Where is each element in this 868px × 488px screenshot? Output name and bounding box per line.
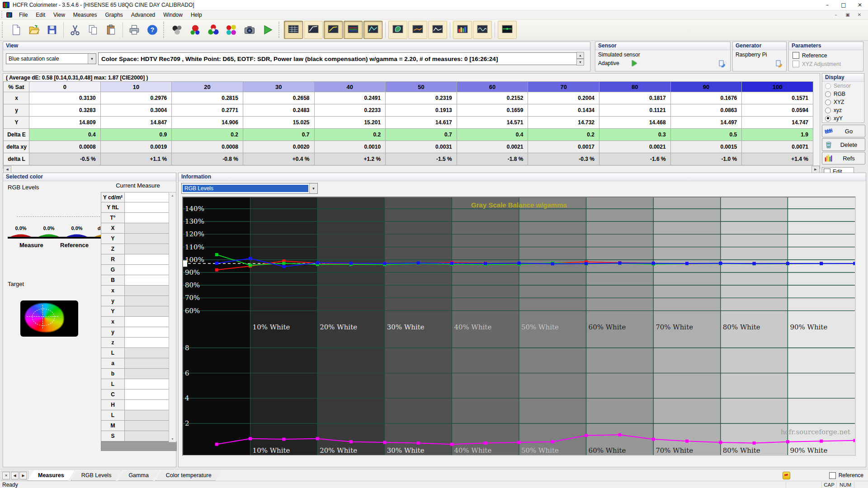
- view-luminance-icon[interactable]: [324, 21, 343, 39]
- mdi-close-button[interactable]: ✕: [854, 12, 865, 17]
- measure-cell[interactable]: 0.2: [314, 129, 386, 141]
- measure-primaries-icon[interactable]: [204, 21, 222, 39]
- measure-cell[interactable]: 0.0010: [314, 141, 386, 153]
- refs-button[interactable]: Refs: [822, 152, 865, 164]
- minimize-button[interactable]: –: [819, 0, 835, 10]
- measure-cell[interactable]: 0.0008: [172, 141, 243, 153]
- measure-cell[interactable]: 0.0017: [528, 141, 599, 153]
- measure-cell[interactable]: -1.8 %: [457, 153, 528, 165]
- measure-cell[interactable]: 0.0019: [100, 141, 172, 153]
- measure-cell[interactable]: +1.1 %: [100, 153, 172, 165]
- measure-cell[interactable]: 0.3283: [29, 104, 101, 117]
- measure-cell[interactable]: 0.0594: [742, 104, 813, 117]
- view-waveform-icon[interactable]: [473, 21, 492, 39]
- saturation-column-header[interactable]: 40: [314, 82, 386, 92]
- measure-cell[interactable]: 14.747: [742, 117, 813, 129]
- saturation-column-header[interactable]: 30: [243, 82, 314, 92]
- saturation-column-header[interactable]: 80: [599, 82, 671, 92]
- measure-cell[interactable]: 15.201: [314, 117, 386, 129]
- measure-cell[interactable]: 14.468: [599, 117, 671, 129]
- tab-measures[interactable]: Measures: [28, 470, 75, 481]
- saturation-column-header[interactable]: 100: [742, 82, 813, 92]
- current-measure-scrollbar[interactable]: ▲ ▼: [169, 192, 176, 442]
- information-selector-dropdown[interactable]: RGB Levels ▼: [181, 183, 318, 194]
- saturation-column-header[interactable]: 50: [386, 82, 457, 92]
- measure-cell[interactable]: 0.0021: [457, 141, 528, 153]
- menu-edit[interactable]: Edit: [32, 11, 49, 19]
- reference-checkbox[interactable]: [793, 52, 799, 59]
- scroll-left-icon[interactable]: ◀: [3, 166, 11, 173]
- menu-graphs[interactable]: Graphs: [101, 11, 127, 19]
- display-option-xyY[interactable]: xyY: [822, 114, 864, 122]
- reference-checkbox-row[interactable]: Reference: [793, 52, 827, 59]
- measure-cell[interactable]: 0.2658: [243, 92, 314, 104]
- measure-cell[interactable]: 0.2483: [243, 104, 314, 117]
- menu-window[interactable]: Window: [159, 11, 187, 19]
- new-document-icon[interactable]: [7, 21, 25, 39]
- saturation-column-header[interactable]: 60: [457, 82, 528, 92]
- snapshot-camera-icon[interactable]: [241, 21, 259, 39]
- view-gamut-icon[interactable]: [304, 21, 323, 39]
- measure-cell[interactable]: 0.2152: [457, 92, 528, 104]
- tab-next-icon[interactable]: ▶: [19, 472, 27, 479]
- measure-cell[interactable]: 0.2: [528, 129, 599, 141]
- measure-cell[interactable]: 0.1817: [599, 92, 671, 104]
- print-icon[interactable]: [125, 21, 143, 39]
- scale-selector-dropdown[interactable]: Blue saturation scale ▼: [6, 53, 96, 64]
- help-icon[interactable]: ?: [143, 21, 161, 39]
- measure-cell[interactable]: 0.0015: [670, 141, 742, 153]
- measure-cell[interactable]: 0.0863: [670, 104, 742, 117]
- open-file-icon[interactable]: [25, 21, 43, 39]
- menu-measures[interactable]: Measures: [69, 11, 101, 19]
- generator-config-icon[interactable]: [775, 60, 783, 67]
- close-button[interactable]: ✕: [852, 0, 868, 10]
- measure-cell[interactable]: 0.1571: [742, 92, 813, 104]
- scroll-right-icon[interactable]: ▶: [811, 166, 820, 173]
- chevron-down-icon[interactable]: ▼: [309, 183, 317, 193]
- scroll-down-icon[interactable]: ▼: [171, 436, 174, 442]
- tab-gamma[interactable]: Gamma: [118, 470, 159, 481]
- measure-cell[interactable]: 0.7: [243, 129, 314, 141]
- measure-cell[interactable]: -0.5 %: [29, 153, 101, 165]
- sensor-config-icon[interactable]: [718, 60, 726, 67]
- measure-cell[interactable]: -1.5 %: [386, 153, 457, 165]
- radio-icon[interactable]: [825, 99, 831, 105]
- mdi-minimize-button[interactable]: –: [830, 12, 842, 17]
- measure-cell[interactable]: 0.7: [386, 129, 457, 141]
- measure-cell[interactable]: +1.2 %: [314, 153, 386, 165]
- sensor-run-icon[interactable]: [632, 60, 637, 66]
- measure-cell[interactable]: 0.3004: [100, 104, 172, 117]
- measure-cell[interactable]: 0.2815: [172, 92, 243, 104]
- radio-selected-icon[interactable]: [825, 116, 831, 122]
- view-data-grid-icon[interactable]: [284, 21, 303, 39]
- measure-cell[interactable]: 0.9: [100, 129, 172, 141]
- saturation-column-header[interactable]: 90: [670, 82, 742, 92]
- measure-cell[interactable]: +0.4 %: [243, 153, 314, 165]
- measure-cell[interactable]: 0.2771: [172, 104, 243, 117]
- measure-cell[interactable]: 0.0020: [243, 141, 314, 153]
- radio-icon[interactable]: [825, 108, 831, 113]
- measure-cell[interactable]: 0.0031: [386, 141, 457, 153]
- pattern-generator-icon[interactable]: [783, 472, 790, 479]
- measure-cell[interactable]: 0.2004: [528, 92, 599, 104]
- menu-advanced[interactable]: Advanced: [127, 11, 159, 19]
- spinner-up-icon[interactable]: ▲: [576, 52, 584, 59]
- measure-cell[interactable]: 14.617: [386, 117, 457, 129]
- measure-cell[interactable]: 0.0008: [29, 141, 101, 153]
- measure-cell[interactable]: 0.2: [172, 129, 243, 141]
- statusbar-reference-checkbox[interactable]: [829, 472, 836, 479]
- measure-cell[interactable]: 1.9: [742, 129, 813, 141]
- display-option-rgb[interactable]: RGB: [822, 90, 864, 98]
- measure-cell[interactable]: 14.809: [29, 117, 101, 129]
- saturation-column-header[interactable]: 20: [172, 82, 243, 92]
- measure-free-icon[interactable]: [186, 21, 204, 39]
- measure-cell[interactable]: 0.0071: [742, 141, 813, 153]
- saturation-column-header[interactable]: 10: [100, 82, 172, 92]
- display-option-xyz[interactable]: XYZ: [822, 98, 864, 106]
- menu-help[interactable]: Help: [187, 11, 206, 19]
- view-rgb-levels-icon[interactable]: [344, 21, 363, 39]
- delete-button[interactable]: Delete: [822, 138, 865, 151]
- menu-view[interactable]: View: [49, 11, 69, 19]
- measure-cell[interactable]: 0.2976: [100, 92, 172, 104]
- view-measure-screen-icon[interactable]: [498, 21, 517, 39]
